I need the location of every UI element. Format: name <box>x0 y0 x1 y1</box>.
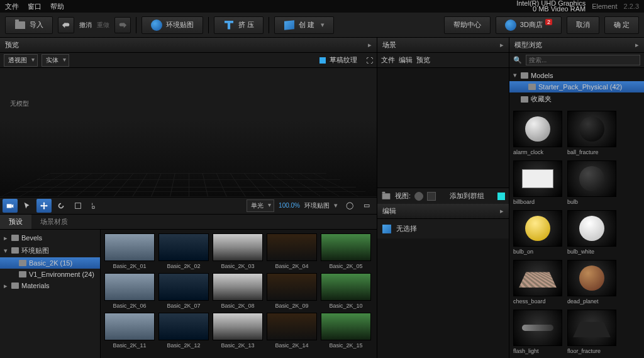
model-thumb[interactable]: chess_board <box>513 260 562 305</box>
scene-subbar: 文件 编辑 预览 <box>377 53 509 68</box>
store-badge: 2 <box>545 19 552 25</box>
model-search: 🔍 <box>509 53 644 68</box>
model-thumb[interactable]: floor_fracture <box>567 310 616 354</box>
scene-graph[interactable] <box>377 68 509 187</box>
model-thumb[interactable]: dead_planet <box>567 260 616 305</box>
draft-chk[interactable] <box>319 57 326 64</box>
model-thumbs[interactable]: alarm_clockball_fracturebillboardbulbbul… <box>509 107 644 358</box>
viewport-toolbar: 单光 100.0% 环境贴图 ▾ ◯ ▭ <box>0 197 377 215</box>
light-dropdown[interactable]: 单光 <box>247 199 274 212</box>
env-thumb[interactable]: Basic_2K_10 <box>321 273 371 309</box>
collapse-icon[interactable]: ▸ <box>500 41 504 49</box>
create-button[interactable]: 创 建▾ <box>274 16 334 34</box>
helpcenter-button[interactable]: 帮助中心 <box>444 16 491 34</box>
env-thumb[interactable]: Basic_2K_13 <box>213 313 263 349</box>
store-button[interactable]: 3D商店2 <box>496 16 562 34</box>
addgroup-chk[interactable] <box>497 193 505 200</box>
view-opt1[interactable] <box>414 192 423 201</box>
model-thumb[interactable]: billboard <box>513 160 562 205</box>
search-input[interactable] <box>526 55 640 65</box>
material-tab[interactable]: 场景材质 <box>31 215 77 229</box>
modelbrowse-header: 模型浏览▸ <box>509 38 644 53</box>
cancel-button[interactable]: 取消 <box>567 16 599 34</box>
import-button[interactable]: 导入 <box>5 16 53 34</box>
scale-tool[interactable] <box>70 199 86 213</box>
tree-item[interactable]: V1_Environment (24) <box>0 269 100 280</box>
tree-item[interactable]: Basic_2K (15) <box>0 257 100 269</box>
scene-file[interactable]: 文件 <box>381 55 395 65</box>
solid-dropdown[interactable]: 实体 <box>42 54 69 67</box>
env-thumb[interactable]: Basic_2K_06 <box>104 273 155 309</box>
edit-body: 无选择 <box>377 219 509 238</box>
env-button[interactable]: 环境贴图 <box>142 16 203 34</box>
env-thumb[interactable]: Basic_2K_14 <box>267 313 317 349</box>
camera-tool[interactable] <box>3 199 18 213</box>
view-dropdown[interactable]: 透视图 <box>4 54 38 67</box>
env-label: 环境贴图 <box>304 201 330 210</box>
env-thumb[interactable]: Basic_2K_12 <box>158 313 209 349</box>
view-opt2[interactable] <box>427 192 436 201</box>
rotate-tool[interactable] <box>53 199 69 213</box>
scene-options: 视图: 添加到群组 <box>377 187 509 204</box>
zoom-value[interactable]: 100.0% <box>279 202 300 209</box>
redo-label: 重做 <box>97 21 109 30</box>
svg-rect-1 <box>75 203 81 208</box>
gpu-info: Intel(R) UHD Graphics0 MB Video RAM <box>516 1 586 12</box>
env-thumb[interactable]: Basic_2K_02 <box>158 233 209 269</box>
app-version: 2.2.3 <box>624 3 639 10</box>
model-thumb[interactable]: flash_light <box>513 310 562 354</box>
collapse-icon[interactable]: ▸ <box>635 41 639 49</box>
folder-icon[interactable] <box>382 193 391 199</box>
env-thumb[interactable]: Basic_2K_05 <box>321 233 371 269</box>
menu-window[interactable]: 窗口 <box>28 2 42 11</box>
extrude-button[interactable]: 挤 压 <box>214 16 264 34</box>
model-thumb[interactable]: alarm_clock <box>513 111 562 155</box>
edit-header: 编辑▸ <box>377 204 509 219</box>
env-thumb[interactable]: Basic_2K_03 <box>213 233 263 269</box>
model-tree-item[interactable]: Starter_Pack_Physical (42) <box>509 81 644 92</box>
tree-item[interactable]: ▾环境贴图 <box>0 244 100 257</box>
preset-tab[interactable]: 预设 <box>0 215 31 229</box>
env-thumbs[interactable]: Basic_2K_01Basic_2K_02Basic_2K_03Basic_2… <box>101 230 377 359</box>
env-thumb[interactable]: Basic_2K_07 <box>158 273 209 309</box>
env-thumb[interactable]: Basic_2K_08 <box>213 273 263 309</box>
env-thumb[interactable]: Basic_2K_09 <box>267 273 317 309</box>
select-tool[interactable] <box>19 199 35 213</box>
ok-button[interactable]: 确 定 <box>604 16 639 34</box>
model-tree-item[interactable]: 收藏夹 <box>509 92 644 106</box>
preview-viewport[interactable]: 无模型 <box>0 68 377 197</box>
preset-browser: ▸Bevels▾环境贴图Basic_2K (15)V1_Environment … <box>0 230 377 359</box>
model-thumb[interactable]: bulb_on <box>513 210 562 255</box>
menu-file[interactable]: 文件 <box>5 2 19 11</box>
collapse-icon[interactable]: ▸ <box>368 41 372 49</box>
model-thumb[interactable]: ball_fracture <box>567 111 616 155</box>
model-tree[interactable]: ▾ModelsStarter_Pack_Physical (42)收藏夹 <box>509 68 644 107</box>
tree-item[interactable]: ▸Bevels <box>0 232 100 244</box>
aux2-tool[interactable]: ▭ <box>359 199 374 213</box>
app-name: Element <box>592 3 617 10</box>
model-thumb[interactable]: bulb_white <box>567 210 616 255</box>
model-thumb[interactable]: bulb <box>567 160 616 205</box>
collapse-icon[interactable]: ▸ <box>500 207 504 215</box>
redo-button[interactable] <box>114 17 131 33</box>
env-thumb[interactable]: Basic_2K_11 <box>104 313 155 349</box>
no-selection: 无选择 <box>396 224 417 233</box>
env-thumb[interactable]: Basic_2K_04 <box>267 233 317 269</box>
move-tool[interactable] <box>36 199 52 213</box>
fullscreen-icon[interactable]: ⛶ <box>366 57 373 64</box>
env-thumb[interactable]: Basic_2K_15 <box>321 313 371 349</box>
model-tree-item[interactable]: ▾Models <box>509 69 644 81</box>
preset-tree[interactable]: ▸Bevels▾环境贴图Basic_2K (15)V1_Environment … <box>0 230 101 359</box>
cube-icon <box>382 225 391 233</box>
undo-label: 撤消 <box>79 21 92 30</box>
env-thumb[interactable]: Basic_2K_01 <box>104 233 155 269</box>
tree-item[interactable]: ▸Materials <box>0 280 100 292</box>
undo-button[interactable] <box>58 17 74 33</box>
anchor-tool[interactable] <box>87 199 103 213</box>
main-toolbar: 导入 撤消 重做 环境贴图 挤 压 创 建▾ 帮助中心 3D商店2 取消 确 定 <box>0 13 644 38</box>
lower-tabs: 预设 场景材质 <box>0 215 377 230</box>
scene-edit[interactable]: 编辑 <box>399 55 413 65</box>
scene-preview[interactable]: 预览 <box>416 55 430 65</box>
aux1-tool[interactable]: ◯ <box>342 199 357 213</box>
menu-help[interactable]: 帮助 <box>50 2 64 11</box>
